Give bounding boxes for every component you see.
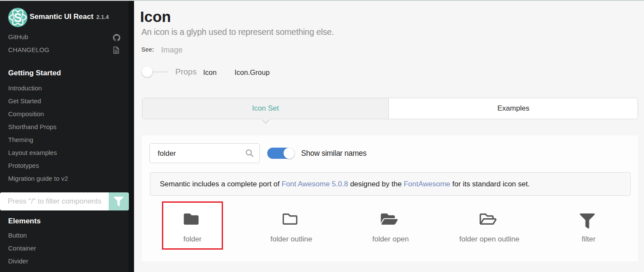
svg-text:S: S: [14, 11, 22, 25]
